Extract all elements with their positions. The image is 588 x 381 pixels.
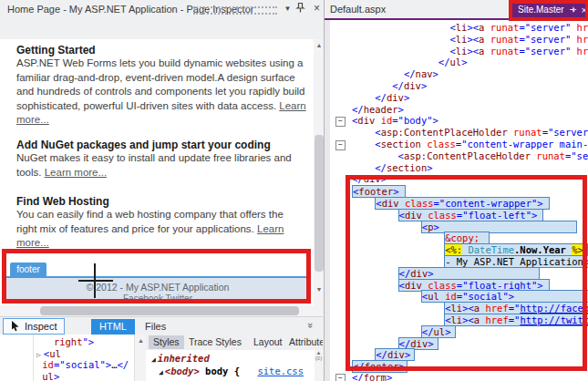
tab-trace-styles[interactable]: Trace Styles [184, 335, 246, 349]
code-line: </div> [352, 348, 415, 360]
tab-site-master-label: Site.Master [518, 5, 564, 15]
tab-layout[interactable]: Layout [249, 335, 287, 349]
cursor-arrow-icon [11, 321, 20, 332]
tab-html[interactable]: HTML [91, 319, 135, 335]
inspector-bottom-toolbar: Inspect HTML Files » [0, 316, 323, 335]
tab-site-master[interactable]: Site.Master × [512, 1, 588, 18]
inspect-button[interactable]: Inspect [3, 318, 65, 335]
section-text: You can easily find a web hosting compan… [16, 209, 284, 234]
footer-copyright: © 2012 - My ASP.NET Application [6, 278, 309, 293]
code-line: </div> [352, 267, 540, 279]
code-line: <%: DateTime.Now.Year %> [352, 243, 588, 255]
window-menu-icon[interactable]: ▼ [281, 2, 294, 15]
indent-guide [33, 335, 34, 381]
chevron-collapse-icon[interactable]: » [305, 323, 316, 328]
document-tab-strip: Default.aspx Site.Master × [325, 0, 588, 18]
drag-handle[interactable] [193, 6, 277, 15]
page-inspector-window: Home Page - My ASP.NET Application - Pag… [0, 0, 588, 381]
styles-group-row[interactable]: ◢inherited [151, 353, 210, 364]
styles-rules-list: ◢inherited ◢<body> body { site.css [146, 350, 315, 381]
horizontal-scrollbar[interactable] [0, 305, 325, 316]
code-line: </ul> [352, 57, 467, 68]
tree-scrollbar[interactable]: ▲ [134, 335, 147, 381]
pin-icon[interactable] [295, 2, 309, 15]
tree-node[interactable]: right"> [54, 336, 94, 347]
selector-rule: body { [205, 366, 240, 376]
tree-node[interactable]: ▷<ul [36, 348, 61, 359]
section-heading: Add NuGet packages and jump start your c… [16, 139, 271, 151]
scrollbar-thumb[interactable] [40, 306, 299, 315]
page-inspector-pane: Home Page - My ASP.NET Application - Pag… [0, 0, 323, 381]
code-line: <section class="content-wrapper main-con… [352, 139, 588, 150]
footer-social-links: Facebook Twitter [6, 293, 309, 304]
close-icon[interactable]: × [310, 2, 324, 15]
browser-preview[interactable]: Getting Started ASP.NET Web Forms lets y… [0, 39, 314, 305]
styles-group-label: inherited [158, 353, 210, 364]
html-tree-panel[interactable]: right">▷<ulid="social">…</ul><li [0, 335, 134, 381]
footer-highlight-region[interactable]: © 2012 - My ASP.NET Application Facebook… [6, 278, 309, 302]
expander-icon[interactable]: ◢ [159, 368, 163, 376]
editor-indicator-margin [325, 20, 330, 381]
styles-panel: Styles Trace Styles Layout Attributes ◢i… [146, 335, 323, 381]
code-line: <li><a runat="server" hre [352, 46, 588, 57]
code-line: <asp:ContentPlaceHolder runat="server [352, 150, 588, 162]
expander-icon[interactable]: ▷ [36, 351, 41, 359]
styles-scrollbar[interactable]: ▲(≡) [315, 350, 323, 381]
scrollbar-thumb[interactable] [315, 135, 324, 272]
code-line: </header> [352, 104, 404, 116]
code-line: </form> [352, 372, 392, 381]
selector-tag: <body> [165, 366, 200, 376]
code-line: <div class="float-right"> [352, 279, 550, 291]
code-line: </footer> [352, 360, 407, 372]
code-line: <asp:ContentPlaceHolder runat="server" I… [352, 127, 588, 139]
selection-highlight-line [6, 276, 309, 278]
fold-collapse-icon[interactable]: − [335, 117, 346, 127]
code-line: <footer> [352, 185, 406, 197]
tab-files[interactable]: Files [137, 319, 174, 335]
code-line: - My ASP.NET Application</p [352, 255, 588, 267]
inspect-button-label: Inspect [25, 321, 57, 332]
code-editor[interactable]: −−− <li><a runat="server" hre <li><a run… [325, 20, 588, 381]
learn-more-link[interactable]: Learn more... [45, 167, 107, 178]
crosshair-cursor [94, 263, 96, 298]
section-paragraph: ASP.NET Web Forms lets you build dynamic… [16, 57, 306, 128]
code-line: <li><a runat="server" hre [352, 34, 588, 46]
code-line: </div> [352, 173, 387, 185]
section-paragraph: NuGet makes it easy to install and updat… [16, 151, 306, 180]
close-icon[interactable]: × [582, 5, 587, 15]
section-heading: Getting Started [16, 44, 96, 57]
fold-collapse-icon[interactable]: − [335, 374, 346, 381]
code-line: <div id="body"> [352, 115, 438, 127]
code-line: <li><a runat="server" hre [352, 22, 588, 34]
code-line: <div class="float-left"> [352, 209, 543, 221]
source-selection-highlight: <li><a href="http://twitter [444, 314, 588, 326]
styles-selector-row[interactable]: ◢<body> body { [159, 366, 240, 376]
code-line: </ul> [352, 325, 456, 337]
code-line: <div class="content-wrapper"> [352, 197, 550, 209]
code-line: </nav> [352, 68, 438, 80]
pin-icon[interactable] [569, 5, 577, 14]
code-line: &copy; [352, 232, 490, 243]
section-paragraph: You can easily find a web hosting compan… [16, 208, 306, 251]
stylesheet-link[interactable]: site.css [257, 366, 304, 376]
code-line: </div> [352, 337, 438, 349]
code-line: <p> [352, 221, 577, 232]
tab-styles[interactable]: Styles [149, 335, 184, 349]
expander-icon[interactable]: ◢ [151, 355, 156, 364]
tab-default-aspx[interactable]: Default.aspx [330, 4, 386, 15]
tree-node[interactable]: ul> [42, 371, 59, 381]
code-line: </div> [352, 80, 427, 92]
code-line: </div> [352, 92, 409, 104]
section-text: ASP.NET Web Forms lets you build dynamic… [16, 57, 304, 111]
code-line: <li><a href="http://facebook [352, 302, 588, 314]
code-line: <li><a href="http://twitter [352, 314, 588, 325]
tab-attributes[interactable]: Attributes [284, 335, 323, 349]
section-heading: Find Web Hosting [16, 195, 109, 208]
fold-collapse-icon[interactable]: − [335, 140, 346, 150]
tree-node[interactable]: id="social">…</ [42, 359, 129, 370]
editor-pane: Default.aspx Site.Master × −−− <li><a ru… [324, 0, 588, 381]
element-tag-badge: footer [10, 263, 46, 276]
tool-window-titlebar: Home Page - My ASP.NET Application - Pag… [0, 0, 323, 18]
code-line: <ul id="social"> [352, 290, 588, 302]
crosshair-cursor [78, 280, 113, 282]
